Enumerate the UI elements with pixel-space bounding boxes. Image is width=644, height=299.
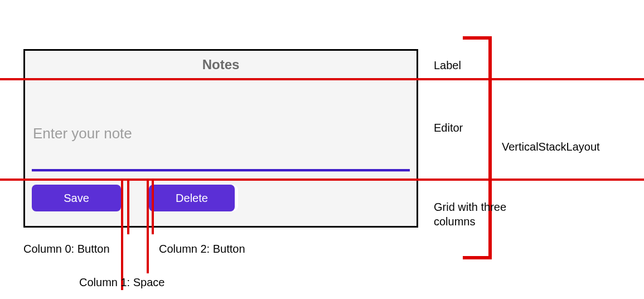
editor-underline — [32, 169, 410, 171]
editor-row: Enter your note — [25, 79, 417, 179]
annotation-text-grid: Grid with three columns — [434, 200, 545, 229]
annotation-divider-2 — [0, 179, 644, 181]
bracket-top — [463, 36, 491, 40]
annotation-col0-right — [121, 179, 123, 290]
annotation-col1-left — [127, 179, 129, 234]
save-button[interactable]: Save — [32, 185, 121, 211]
annotation-col1-right — [147, 179, 149, 273]
delete-button-wrap: Delete — [149, 185, 238, 211]
annotation-text-vsl: VerticalStackLayout — [502, 141, 600, 153]
annotation-text-editor: Editor — [434, 122, 463, 134]
annotation-text-col1: Column 1: Space — [79, 276, 164, 289]
annotation-text-col2: Column 2: Button — [159, 243, 245, 255]
bracket-bottom — [463, 256, 491, 259]
title-row: Notes — [25, 51, 417, 79]
annotation-col2-left — [152, 179, 154, 234]
note-editor[interactable]: Enter your note — [32, 125, 410, 142]
notes-title-label: Notes — [202, 57, 240, 73]
vertical-stack-layout: Notes Enter your note Save Delete — [23, 49, 418, 228]
annotation-divider-1 — [0, 78, 644, 80]
annotation-text-col0: Column 0: Button — [23, 243, 110, 255]
annotation-text-label: Label — [434, 59, 461, 72]
diagram-canvas: Notes Enter your note Save Delete Label … — [0, 0, 644, 299]
button-grid: Save Delete — [25, 179, 417, 217]
delete-button[interactable]: Delete — [149, 185, 235, 211]
